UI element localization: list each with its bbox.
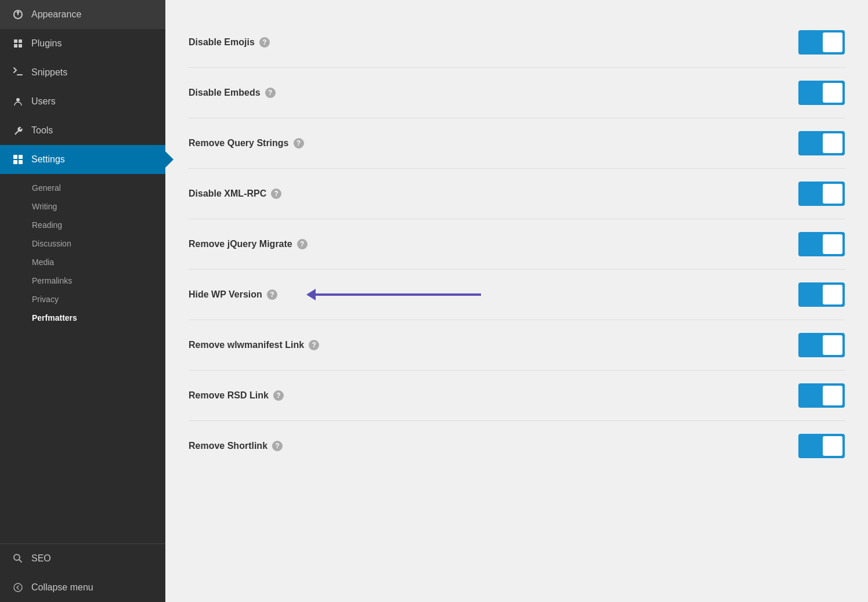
toggle-knob xyxy=(823,285,842,304)
collapse-label: Collapse menu xyxy=(31,582,93,593)
svg-rect-7 xyxy=(13,160,17,164)
sidebar-bottom: SEO Collapse menu xyxy=(0,543,165,602)
snippets-label: Snippets xyxy=(31,67,67,78)
toggle-switch[interactable] xyxy=(798,30,845,55)
sidebar-sub-privacy[interactable]: Privacy xyxy=(0,290,165,309)
toggle-switch[interactable] xyxy=(798,131,845,155)
settings-label: Disable Emojis? xyxy=(189,37,798,48)
svg-point-4 xyxy=(16,98,20,101)
svg-rect-5 xyxy=(13,155,17,159)
toggle-switch[interactable] xyxy=(798,182,845,206)
help-icon[interactable]: ? xyxy=(271,188,281,199)
settings-icon xyxy=(12,153,24,166)
help-icon[interactable]: ? xyxy=(273,390,284,401)
users-icon xyxy=(12,95,24,108)
sidebar-item-seo[interactable]: SEO xyxy=(0,544,165,573)
sidebar-item-appearance[interactable]: Appearance xyxy=(0,0,165,29)
sidebar-sub-discussion[interactable]: Discussion xyxy=(0,234,165,253)
settings-label: Disable XML-RPC? xyxy=(189,188,798,199)
users-label: Users xyxy=(31,96,56,107)
main-content: Disable Emojis?Disable Embeds?Remove Que… xyxy=(165,0,868,602)
toggle-switch[interactable] xyxy=(798,282,845,307)
settings-row: Remove Shortlink? xyxy=(189,421,845,471)
settings-row: Remove jQuery Migrate? xyxy=(189,219,845,270)
settings-label: Remove jQuery Migrate? xyxy=(189,239,798,249)
help-icon[interactable]: ? xyxy=(297,239,308,249)
svg-rect-6 xyxy=(19,155,23,159)
settings-label: Remove RSD Link? xyxy=(189,390,798,401)
svg-rect-1 xyxy=(19,39,22,43)
sidebar: Appearance Plugins Snippets User xyxy=(0,0,165,602)
sidebar-item-plugins[interactable]: Plugins xyxy=(0,29,165,58)
toggle-switch[interactable] xyxy=(798,333,845,357)
toggle-knob xyxy=(823,83,842,103)
svg-rect-2 xyxy=(14,44,17,48)
settings-row: Disable Embeds? xyxy=(189,68,845,118)
toggle-knob xyxy=(823,234,842,254)
settings-label: Disable Embeds? xyxy=(189,88,798,98)
seo-icon xyxy=(12,552,24,565)
toggle-knob xyxy=(823,436,842,456)
settings-list: Disable Emojis?Disable Embeds?Remove Que… xyxy=(189,17,845,471)
toggle-knob xyxy=(823,32,842,52)
sidebar-item-users[interactable]: Users xyxy=(0,87,165,116)
toggle-switch[interactable] xyxy=(798,383,845,408)
sidebar-sub-media[interactable]: Media xyxy=(0,253,165,271)
toggle-switch[interactable] xyxy=(798,232,845,256)
snippets-icon xyxy=(12,66,24,79)
appearance-icon xyxy=(12,8,24,21)
sidebar-sub-permalinks[interactable]: Permalinks xyxy=(0,271,165,290)
settings-label: Settings xyxy=(31,154,65,165)
svg-rect-3 xyxy=(19,44,22,48)
sidebar-item-tools[interactable]: Tools xyxy=(0,116,165,145)
settings-label: Remove wlwmanifest Link? xyxy=(189,340,798,350)
sidebar-item-collapse[interactable]: Collapse menu xyxy=(0,573,165,602)
settings-label: Remove Query Strings? xyxy=(189,138,798,148)
help-icon[interactable]: ? xyxy=(294,138,304,148)
svg-rect-8 xyxy=(19,160,23,164)
toggle-switch[interactable] xyxy=(798,81,845,105)
sidebar-sub-general[interactable]: General xyxy=(0,179,165,197)
settings-row: Remove wlwmanifest Link? xyxy=(189,320,845,371)
settings-row: Hide WP Version? xyxy=(189,270,845,320)
svg-rect-0 xyxy=(14,39,17,43)
help-icon[interactable]: ? xyxy=(272,441,283,451)
appearance-label: Appearance xyxy=(31,9,81,20)
toggle-switch[interactable] xyxy=(798,434,845,458)
settings-row: Remove RSD Link? xyxy=(189,371,845,421)
toggle-knob xyxy=(823,386,842,405)
tools-icon xyxy=(12,124,24,137)
sidebar-sub-writing[interactable]: Writing xyxy=(0,197,165,216)
seo-label: SEO xyxy=(31,553,51,564)
help-icon[interactable]: ? xyxy=(267,289,277,300)
settings-row: Disable XML-RPC? xyxy=(189,169,845,219)
collapse-icon xyxy=(12,581,24,594)
help-icon[interactable]: ? xyxy=(309,340,319,350)
toggle-knob xyxy=(823,184,842,204)
settings-submenu: General Writing Reading Discussion Media… xyxy=(0,174,165,332)
tools-label: Tools xyxy=(31,125,53,136)
help-icon[interactable]: ? xyxy=(265,88,276,98)
plugins-label: Plugins xyxy=(31,38,62,49)
toggle-knob xyxy=(823,335,842,355)
help-icon[interactable]: ? xyxy=(259,37,270,48)
sidebar-sub-perfmatters[interactable]: Perfmatters xyxy=(0,309,165,327)
sidebar-item-settings[interactable]: Settings xyxy=(0,145,165,174)
sidebar-sub-reading[interactable]: Reading xyxy=(0,216,165,234)
plugins-icon xyxy=(12,37,24,50)
sidebar-item-snippets[interactable]: Snippets xyxy=(0,58,165,87)
settings-row: Disable Emojis? xyxy=(189,17,845,68)
settings-row: Remove Query Strings? xyxy=(189,118,845,169)
toggle-knob xyxy=(823,133,842,153)
settings-label: Remove Shortlink? xyxy=(189,441,798,451)
settings-label: Hide WP Version? xyxy=(189,289,798,300)
svg-point-10 xyxy=(14,583,22,592)
